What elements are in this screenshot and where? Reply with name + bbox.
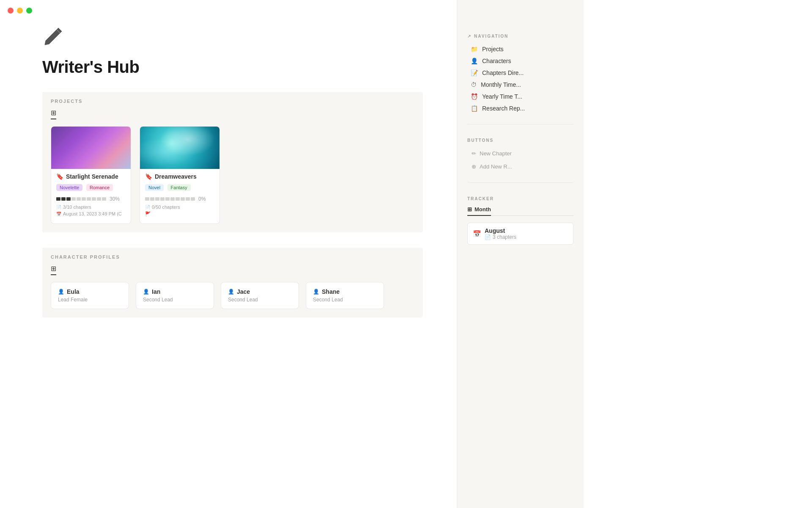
calendar-icon: 📅: [56, 212, 61, 216]
bookmark-icon: 🔖: [56, 173, 63, 180]
dw-seg-4: [160, 197, 165, 201]
grid-view-icon[interactable]: ⊞: [51, 109, 56, 117]
characters-section-header: CHARACTER PROFILES: [51, 254, 414, 260]
progress-text-starlight: 30%: [110, 196, 120, 202]
character-name-jace: 👤 Jace: [228, 288, 292, 295]
character-name-eula: 👤 Eula: [58, 288, 122, 295]
navigation-section: ↗ NAVIGATION 📁 Projects 👤 Characters 📝 C…: [467, 34, 573, 114]
minimize-button[interactable]: [17, 8, 23, 14]
chapters-meta-dreamweavers: 📄 0/50 chapters: [145, 204, 214, 210]
projects-section: PROJECTS ⊞ 🔖 Starlight Serenade Novelett…: [42, 92, 423, 232]
clock-nav-icon: ⏱: [471, 81, 477, 88]
flag-meta-dreamweavers: 🚩: [145, 211, 214, 217]
new-chapter-button[interactable]: ✏ New Chapter: [467, 148, 573, 159]
chapters-meta-starlight: 📄 3/10 chapters: [56, 204, 126, 210]
seg-3: [66, 197, 71, 201]
tracker-tab-month[interactable]: ⊞ Month: [467, 206, 491, 216]
add-new-r-button[interactable]: ⊕ Add New R...: [467, 161, 573, 172]
sidebar: ↗ NAVIGATION 📁 Projects 👤 Characters 📝 C…: [457, 0, 584, 508]
seg-10: [102, 197, 106, 201]
tracker-month-info: August 📄 3 chapters: [485, 227, 516, 240]
tag-novel: Novel: [145, 184, 164, 191]
dw-seg-9: [186, 197, 190, 201]
project-card-starlight[interactable]: 🔖 Starlight Serenade Novelette Romance: [51, 126, 131, 224]
dw-seg-1: [145, 197, 149, 201]
dw-seg-3: [155, 197, 159, 201]
characters-view-toggle[interactable]: ⊞: [51, 265, 56, 275]
char-grid-view-icon[interactable]: ⊞: [51, 265, 56, 273]
nav-item-chapters[interactable]: 📝 Chapters Dire...: [467, 67, 573, 78]
dw-seg-5: [165, 197, 170, 201]
date-meta-starlight: 📅 August 13, 2023 3:49 PM (C: [56, 211, 126, 216]
seg-5: [77, 197, 81, 201]
close-button[interactable]: [8, 8, 14, 14]
calendar-tracker-icon: 📅: [473, 230, 481, 238]
tag-romance: Romance: [86, 184, 113, 191]
project-image-dreamweavers: [140, 127, 219, 169]
grid-tracker-icon: ⊞: [467, 206, 472, 213]
tracker-tab-row: ⊞ Month: [467, 206, 573, 216]
plus-btn-icon: ⊕: [472, 163, 476, 170]
project-card-dreamweavers[interactable]: 🔖 Dreamweavers Novel Fantasy: [140, 126, 220, 224]
projects-grid: 🔖 Starlight Serenade Novelette Romance: [51, 126, 414, 224]
buttons-section-title: BUTTONS: [467, 138, 573, 143]
character-card-shane[interactable]: 👤 Shane Second Lead: [306, 282, 384, 309]
page-icon: [42, 25, 423, 51]
navigation-arrow-icon: ↗: [467, 34, 472, 39]
character-card-ian[interactable]: 👤 Ian Second Lead: [136, 282, 214, 309]
seg-7: [87, 197, 91, 201]
nav-item-monthly[interactable]: ⏱ Monthly Time...: [467, 79, 573, 90]
main-layout: Writer's Hub PROJECTS ⊞ 🔖 Starlight Sere…: [0, 0, 812, 508]
tag-fantasy: Fantasy: [167, 184, 191, 191]
seg-6: [82, 197, 86, 201]
dw-seg-8: [181, 197, 185, 201]
doc-tracker-icon: 📄: [485, 234, 491, 240]
character-name-ian: 👤 Ian: [143, 288, 207, 295]
bookmark-icon-dw: 🔖: [145, 173, 152, 180]
tags-row-dreamweavers: Novel Fantasy: [145, 183, 214, 193]
nav-item-projects[interactable]: 📁 Projects: [467, 44, 573, 55]
person-icon-jace: 👤: [228, 289, 234, 295]
clipboard-nav-icon: 📋: [471, 105, 478, 112]
nav-item-characters[interactable]: 👤 Characters: [467, 55, 573, 66]
character-card-jace[interactable]: 👤 Jace Second Lead: [221, 282, 299, 309]
pencil-btn-icon: ✏: [472, 150, 476, 157]
content-area: Writer's Hub PROJECTS ⊞ 🔖 Starlight Sere…: [0, 0, 457, 508]
progress-text-dreamweavers: 0%: [198, 196, 206, 202]
page-title: Writer's Hub: [42, 58, 423, 77]
maximize-button[interactable]: [26, 8, 32, 14]
projects-section-header: PROJECTS: [51, 99, 414, 104]
tracker-month-name: August: [485, 227, 516, 234]
progress-bar-starlight: 30%: [56, 196, 126, 202]
project-title-starlight: 🔖 Starlight Serenade: [56, 173, 126, 180]
seg-9: [97, 197, 101, 201]
progress-segments-starlight: [56, 197, 106, 201]
projects-view-toggle[interactable]: ⊞: [51, 109, 56, 119]
characters-section: CHARACTER PROFILES ⊞ 👤 Eula Lead Female …: [42, 248, 423, 318]
tags-row-starlight: Novelette Romance: [56, 183, 126, 193]
buttons-section: BUTTONS ✏ New Chapter ⊕ Add New R...: [467, 138, 573, 172]
dw-seg-2: [150, 197, 154, 201]
project-title-dreamweavers: 🔖 Dreamweavers: [145, 173, 214, 180]
progress-segments-dreamweavers: [145, 197, 195, 201]
character-role-jace: Second Lead: [228, 297, 292, 303]
dw-seg-7: [176, 197, 180, 201]
character-role-shane: Second Lead: [313, 297, 377, 303]
nav-item-yearly[interactable]: ⏰ Yearly Time T...: [467, 91, 573, 102]
nav-item-research[interactable]: 📋 Research Rep...: [467, 103, 573, 114]
person-icon-eula: 👤: [58, 289, 64, 295]
character-card-eula[interactable]: 👤 Eula Lead Female: [51, 282, 129, 309]
tracker-month-sub: 📄 3 chapters: [485, 234, 516, 240]
character-name-shane: 👤 Shane: [313, 288, 377, 295]
tag-novelette: Novelette: [56, 184, 82, 191]
project-card-body-dreamweavers: 🔖 Dreamweavers Novel Fantasy: [140, 169, 219, 224]
divider-2: [467, 182, 573, 183]
characters-grid: 👤 Eula Lead Female 👤 Ian Second Lead 👤: [51, 282, 414, 309]
tracker-section: TRACKER ⊞ Month 📅 August 📄 3 chapters: [467, 196, 573, 245]
person-icon-shane: 👤: [313, 289, 319, 295]
character-role-eula: Lead Female: [58, 297, 122, 303]
dw-seg-10: [191, 197, 195, 201]
person-icon-ian: 👤: [143, 289, 149, 295]
doc-icon: 📄: [56, 205, 61, 210]
tracker-month-august[interactable]: 📅 August 📄 3 chapters: [467, 223, 573, 245]
